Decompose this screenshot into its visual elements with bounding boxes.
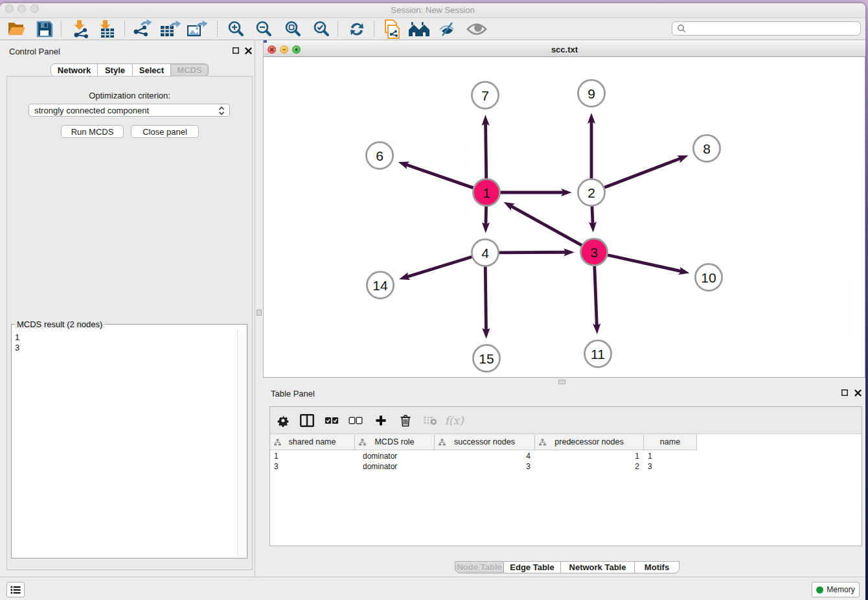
network-title: scc.txt xyxy=(264,45,865,54)
tab-motifs[interactable]: Motifs xyxy=(635,561,680,573)
table-row[interactable]: 3dominator323 xyxy=(270,461,862,472)
export-image-icon[interactable] xyxy=(186,20,208,38)
tab-edge-table[interactable]: Edge Table xyxy=(504,561,561,573)
table-cell[interactable]: 4 xyxy=(435,451,535,461)
table-cell[interactable]: dominator xyxy=(355,461,435,472)
zoom-in-icon[interactable] xyxy=(225,20,247,38)
optimization-criterion-label: Optimization criterion: xyxy=(7,91,252,100)
task-history-button[interactable] xyxy=(6,582,25,597)
close-panel-icon[interactable] xyxy=(244,46,253,55)
table-options-icon[interactable] xyxy=(274,411,292,430)
edge-2-8[interactable] xyxy=(604,158,681,187)
first-neighbors-icon[interactable] xyxy=(408,20,430,38)
hide-selected-icon[interactable] xyxy=(437,20,459,38)
graph-node-label-10: 10 xyxy=(701,270,716,285)
save-session-icon[interactable] xyxy=(34,20,56,38)
table-cell[interactable]: 1 xyxy=(644,451,697,461)
table-cell[interactable]: 3 xyxy=(435,461,535,472)
edge-3-10[interactable] xyxy=(608,255,682,271)
float-table-panel-icon[interactable] xyxy=(840,388,849,397)
zoom-fit-icon[interactable] xyxy=(282,20,304,38)
control-panel-tabs: NetworkStyleSelectMCDS xyxy=(51,63,209,76)
run-mcds-button[interactable]: Run MCDS xyxy=(61,125,124,138)
status-bar: Memory xyxy=(0,577,865,600)
tree-hierarchy-icon xyxy=(539,439,546,448)
graph-node-label-15: 15 xyxy=(479,351,494,366)
application-window: Session: New Session xyxy=(0,3,865,600)
column-header-successor-nodes[interactable]: successor nodes xyxy=(435,434,535,450)
criterion-value: strongly connected component xyxy=(34,106,149,115)
table-cell[interactable]: 1 xyxy=(535,451,644,461)
table-row[interactable]: 1dominator411 xyxy=(270,451,862,461)
edge-1-7[interactable] xyxy=(486,122,486,179)
close-panel-button[interactable]: Close panel xyxy=(131,125,199,138)
toolbar-separator xyxy=(337,21,338,37)
tab-select[interactable]: Select xyxy=(133,63,171,76)
zoom-out-icon[interactable] xyxy=(253,20,275,38)
column-header-MCDS-role[interactable]: MCDS role xyxy=(355,434,435,450)
tree-hierarchy-icon xyxy=(439,439,446,448)
open-file-icon[interactable] xyxy=(6,20,28,38)
column-header-label: MCDS role xyxy=(374,437,414,446)
show-columns-icon[interactable] xyxy=(298,411,316,430)
refresh-icon[interactable] xyxy=(346,20,368,38)
float-panel-icon[interactable] xyxy=(231,46,240,55)
edge-1-6[interactable] xyxy=(405,165,474,188)
tab-network[interactable]: Network xyxy=(51,63,98,76)
table-cell[interactable]: 3 xyxy=(270,461,355,472)
edge-4-15[interactable] xyxy=(485,266,486,331)
tree-hierarchy-icon xyxy=(359,439,366,448)
clone-network-icon[interactable] xyxy=(381,20,403,38)
zoom-selected-icon[interactable] xyxy=(310,20,332,38)
column-header-predecessor-nodes[interactable]: predecessor nodes xyxy=(535,434,644,450)
mcds-result-legend: MCDS result (2 nodes) xyxy=(15,320,104,329)
tree-hierarchy-icon xyxy=(274,439,281,448)
close-table-panel-icon[interactable] xyxy=(853,388,862,397)
import-network-icon[interactable] xyxy=(69,20,91,38)
tab-mcds[interactable]: MCDS xyxy=(171,63,209,76)
select-spinner-icon xyxy=(218,105,225,119)
column-header-name[interactable]: name xyxy=(644,434,697,450)
delete-column-icon[interactable] xyxy=(396,411,415,430)
search-input[interactable] xyxy=(672,21,861,36)
graph-node-label-8: 8 xyxy=(703,141,711,156)
select-all-icon[interactable] xyxy=(323,411,341,430)
import-table-icon[interactable] xyxy=(95,20,117,38)
table-cell[interactable]: 2 xyxy=(535,461,644,472)
column-header-shared-name[interactable]: shared name xyxy=(270,434,355,450)
table-cell[interactable]: 1 xyxy=(270,451,355,461)
mcds-result-box: 13 MCDS result (2 nodes) xyxy=(11,320,248,559)
memory-button[interactable]: Memory xyxy=(812,582,860,597)
deselect-all-icon[interactable] xyxy=(347,411,365,430)
table-cell[interactable]: dominator xyxy=(355,451,435,461)
edge-2-3[interactable] xyxy=(592,206,593,225)
column-header-label: predecessor nodes xyxy=(554,437,623,446)
delete-table-icon[interactable] xyxy=(421,411,439,430)
edge-1-4[interactable] xyxy=(486,206,486,225)
window-title: Session: New Session xyxy=(0,5,865,15)
export-network-icon[interactable] xyxy=(131,20,153,38)
edge-3-1[interactable] xyxy=(510,206,582,246)
mcds-result-list: 13 xyxy=(13,332,236,353)
criterion-select[interactable]: strongly connected component xyxy=(29,104,230,117)
mcds-result-area[interactable]: 13 xyxy=(11,324,247,559)
edge-4-3[interactable] xyxy=(499,252,567,253)
tab-node-table[interactable]: Node Table xyxy=(455,561,504,573)
export-table-icon[interactable] xyxy=(159,20,181,38)
table-panel-title: Table Panel xyxy=(271,389,315,398)
edge-3-11[interactable] xyxy=(595,266,597,327)
graph-node-label-6: 6 xyxy=(376,148,383,163)
result-scrollbar[interactable] xyxy=(237,330,245,556)
tab-style[interactable]: Style xyxy=(98,63,133,76)
vertical-splitter-handle[interactable] xyxy=(257,310,262,316)
show-all-icon[interactable] xyxy=(466,20,488,38)
titlebar: Session: New Session xyxy=(0,3,865,18)
edge-4-14[interactable] xyxy=(407,257,472,277)
horizontal-splitter-handle[interactable] xyxy=(558,380,565,384)
graph-node-label-4: 4 xyxy=(481,246,489,260)
tab-network-table[interactable]: Network Table xyxy=(561,561,635,573)
function-builder-icon[interactable]: f(x) xyxy=(442,411,466,430)
add-column-icon[interactable] xyxy=(372,411,390,430)
network-canvas[interactable]: 7968124314101511 xyxy=(263,57,865,378)
table-cell[interactable]: 3 xyxy=(644,461,697,472)
